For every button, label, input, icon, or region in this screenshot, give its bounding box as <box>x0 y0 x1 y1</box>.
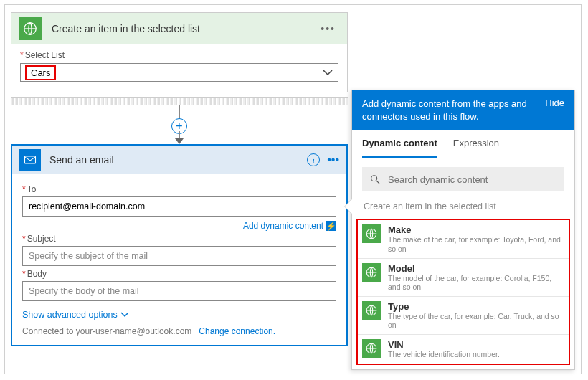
dynamic-item-vin[interactable]: VINThe vehicle identification number. <box>358 334 569 364</box>
select-list-label: *Select List <box>20 50 338 60</box>
panel-pointer <box>345 199 352 214</box>
svg-line-1 <box>323 70 328 75</box>
cds-globe-icon <box>362 339 381 358</box>
outlook-icon <box>19 149 41 171</box>
svg-rect-3 <box>25 156 36 163</box>
create-item-card: Create an item in the selected list ••• … <box>11 12 348 92</box>
arrow-down-icon <box>175 138 184 144</box>
more-menu-icon[interactable]: ••• <box>316 23 340 34</box>
panel-heading-text: Add dynamic content from the apps and co… <box>362 98 539 123</box>
item-name: Make <box>388 224 564 235</box>
cds-globe-icon <box>362 301 381 320</box>
item-desc: The model of the car, for example: Corol… <box>388 274 564 292</box>
tab-expression[interactable]: Expression <box>453 130 499 158</box>
create-item-title: Create an item in the selected list <box>42 23 316 34</box>
create-item-body: *Select List Cars <box>11 44 347 92</box>
show-advanced-link[interactable]: Show advanced options <box>22 310 129 320</box>
flow-connector: + <box>11 105 348 144</box>
app-canvas: Create an item in the selected list ••• … <box>4 4 582 374</box>
body-label: *Body <box>22 269 336 279</box>
item-name: Model <box>388 263 564 274</box>
panel-tabs: Dynamic content Expression <box>352 130 574 158</box>
item-desc: The type of the car, for example: Car, T… <box>388 312 564 330</box>
create-item-header[interactable]: Create an item in the selected list ••• <box>11 13 347 44</box>
item-name: Type <box>388 301 564 312</box>
tab-dynamic-content[interactable]: Dynamic content <box>362 130 437 158</box>
send-email-header[interactable]: Send an email i ••• <box>12 146 346 174</box>
item-desc: The vehicle identification number. <box>388 350 500 359</box>
dynamic-items-list: MakeThe make of the car, for example: To… <box>356 219 570 364</box>
add-dynamic-content-link[interactable]: Add dynamic content ⚡ <box>22 221 336 231</box>
svg-line-5 <box>376 181 379 184</box>
item-name: VIN <box>388 339 500 350</box>
send-email-card: Send an email i ••• *To Add dynamic cont… <box>11 144 348 346</box>
subject-label: *Subject <box>22 234 336 244</box>
select-list-dropdown[interactable]: Cars <box>20 63 338 82</box>
subject-input[interactable] <box>22 246 336 266</box>
search-box[interactable] <box>362 167 564 191</box>
svg-line-2 <box>328 70 332 75</box>
dynamic-content-panel: Add dynamic content from the apps and co… <box>351 90 575 370</box>
search-input[interactable] <box>388 174 557 185</box>
send-email-title: Send an email <box>41 154 307 166</box>
collapsed-section-bar <box>11 97 348 105</box>
add-dynamic-icon: ⚡ <box>326 221 336 231</box>
info-icon[interactable]: i <box>307 153 320 166</box>
dynamic-item-type[interactable]: TypeThe type of the car, for example: Ca… <box>358 296 569 334</box>
panel-header: Add dynamic content from the apps and co… <box>352 90 574 130</box>
to-input[interactable] <box>22 196 336 217</box>
more-menu-icon[interactable]: ••• <box>327 153 339 166</box>
hide-button[interactable]: Hide <box>539 98 564 123</box>
svg-point-4 <box>371 176 377 181</box>
change-connection-link[interactable]: Change connection. <box>199 326 275 336</box>
select-list-value: Cars <box>25 65 56 80</box>
body-input[interactable] <box>22 281 336 301</box>
connection-info: Connected to your-user-name@outlook.com … <box>22 326 336 336</box>
cds-globe-icon <box>362 224 381 243</box>
cds-globe-icon <box>362 263 381 282</box>
dynamic-item-model[interactable]: ModelThe model of the car, for example: … <box>358 258 569 296</box>
chevron-down-icon <box>322 66 333 79</box>
send-email-body: *To Add dynamic content ⚡ *Subject *Body… <box>12 174 346 345</box>
group-label: Create an item in the selected list <box>352 199 574 219</box>
search-icon <box>369 174 381 185</box>
cds-globe-icon <box>19 17 42 40</box>
dynamic-item-make[interactable]: MakeThe make of the car, for example: To… <box>358 220 569 257</box>
item-desc: The make of the car, for example: Toyota… <box>388 235 564 253</box>
to-label: *To <box>22 184 336 194</box>
